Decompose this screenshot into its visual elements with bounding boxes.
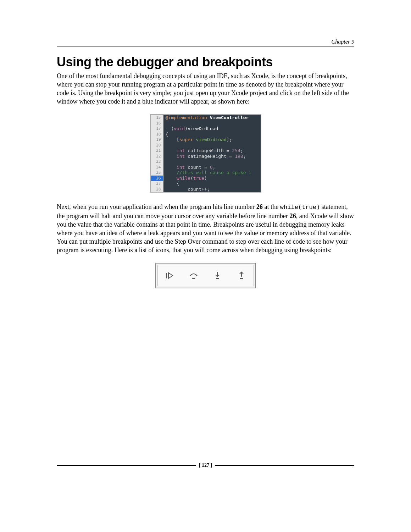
page-number: [ 127 ] — [196, 462, 215, 468]
footer-rule-left — [57, 465, 196, 466]
svg-rect-3 — [216, 278, 219, 279]
page-footer: [ 127 ] — [57, 462, 354, 468]
line-number: 23 — [151, 159, 163, 165]
code-text: int catImageHeight = 198; — [163, 154, 261, 159]
code-text — [163, 159, 261, 165]
code-text: while(true) — [163, 176, 261, 181]
svg-rect-5 — [240, 278, 243, 279]
step-into-icon — [212, 270, 223, 281]
p2-line-26b: 26 — [290, 212, 296, 220]
header-rule-top: Chapter 9 — [57, 46, 354, 46]
code-text: - (void)viewDidLoad — [163, 126, 261, 132]
line-number: 25 — [151, 170, 163, 176]
chapter-label: Chapter 9 — [332, 39, 354, 45]
continue-icon — [164, 270, 175, 281]
p2-code-while: while(true) — [280, 204, 320, 211]
code-line-26: 26 while(true) — [151, 176, 261, 181]
code-line-23: 23 — [151, 159, 261, 165]
code-line-25: 25 //this will cause a spike i — [151, 170, 261, 176]
p2-c: at the — [263, 203, 280, 210]
code-line-28: 28 count++; — [151, 187, 261, 192]
header-rule-bottom — [57, 48, 354, 48]
code-text: [super viewDidLoad]; — [163, 137, 261, 143]
page: Chapter 9 Using the debugger and breakpo… — [0, 0, 411, 532]
code-line-16: 16 — [151, 121, 261, 126]
p2-a: Next, when you run your application and … — [57, 203, 256, 210]
svg-rect-0 — [166, 273, 167, 278]
breakpoint-gutter: 26 — [151, 176, 163, 181]
line-number: 15 — [151, 115, 163, 121]
code-text: @implementation ViewController — [163, 115, 261, 121]
line-number: 21 — [151, 148, 163, 154]
line-number: 28 — [151, 187, 163, 192]
debug-toolbar — [155, 263, 256, 288]
code-line-24: 24 int count = 0; — [151, 165, 261, 170]
code-text — [163, 121, 261, 126]
code-line-27: 27 { — [151, 181, 261, 187]
code-text: { — [163, 181, 261, 187]
code-text: int catImageWidth = 254; — [163, 148, 261, 154]
code-line-17: 17- (void)viewDidLoad — [151, 126, 261, 132]
svg-rect-1 — [192, 278, 195, 279]
line-number: 24 — [151, 165, 163, 170]
line-number: 16 — [151, 121, 163, 126]
p2-line-26a: 26 — [256, 203, 263, 210]
step-out-icon — [236, 270, 247, 281]
line-number: 17 — [151, 126, 163, 132]
code-text: count++; — [163, 187, 261, 192]
code-text: { — [163, 132, 261, 137]
paragraph-2: Next, when you run your application and … — [57, 203, 354, 254]
line-number: 18 — [151, 132, 163, 137]
debug-toolbar-inner — [157, 265, 254, 286]
code-text: int count = 0; — [163, 165, 261, 170]
code-line-21: 21 int catImageWidth = 254; — [151, 148, 261, 154]
code-text: //this will cause a spike i — [163, 170, 261, 176]
code-line-15: 15@implementation ViewController — [151, 115, 261, 121]
code-line-19: 19 [super viewDidLoad]; — [151, 137, 261, 143]
page-title: Using the debugger and breakpoints — [57, 55, 354, 70]
code-line-20: 20 — [151, 143, 261, 148]
line-number: 19 — [151, 137, 163, 143]
line-number: 27 — [151, 181, 163, 187]
code-line-18: 18{ — [151, 132, 261, 137]
code-line-22: 22 int catImageHeight = 198; — [151, 154, 261, 159]
code-screenshot: 15@implementation ViewController16 17- (… — [150, 114, 261, 193]
step-over-icon — [188, 270, 199, 281]
line-number: 20 — [151, 143, 163, 148]
footer-rule-right — [215, 465, 354, 466]
line-number: 22 — [151, 154, 163, 159]
code-text — [163, 143, 261, 148]
paragraph-1: One of the most fundamental debugging co… — [57, 72, 354, 106]
